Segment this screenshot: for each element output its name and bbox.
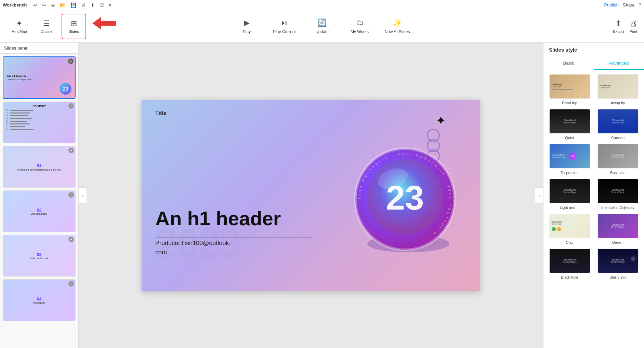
slide-thumb-3-content: 01 Paragraphs are separated by a blank l… [3,146,75,187]
top-bar-right: Publish Share ? [604,2,641,8]
share-button[interactable]: Share [623,2,635,8]
update-button[interactable]: 🔄 Update [308,14,336,39]
toolbar-right: ⬆ Export 🖨 Print [613,19,637,34]
slide-thumb-3[interactable]: 01 Paragraphs are separated by a blank l… [3,146,76,188]
style-tabs: Basic Advanced [543,57,644,70]
dropdown-icon[interactable]: ▾ [107,2,113,9]
thumb4-add[interactable]: + [68,192,74,198]
collapse-left-button[interactable]: ‹ [79,187,87,204]
style-thumb-dream: EdrawMindCentral Topic [597,214,639,238]
my-works-label: My Works [351,29,369,34]
right-panel: Slides style Basic Advanced EdrawMind Ce… [543,43,644,348]
undo-icon[interactable]: ↩ [32,2,39,9]
top-bar: Workbench ↩ ↪ ⊕ 📂 💾 🖨 ⬆ ☑ ▾ Publish Shar… [0,0,644,10]
redo-icon[interactable]: ↪ [41,2,48,9]
slides-list[interactable]: An h1 header Producer:lixin100@outlook..… [0,54,78,348]
slides-button[interactable]: ⊞ Slides [62,14,86,39]
main-content: Slides panel An h1 header Producer:lixin… [0,43,644,348]
slides-icon: ⊞ [71,19,77,28]
style-cartoon[interactable]: EdrawMindCentral Topic Cartoon [596,109,640,140]
thumb2-title: CONTENT [6,105,73,108]
mindmap-button[interactable]: ✦ MindMap [7,14,31,39]
new-ai-slides-button[interactable]: ✨ New AI Slides [384,14,411,39]
canvas-title: Title [155,110,167,116]
help-button[interactable]: ? [639,2,641,8]
thumb5-num: 03 [37,252,41,257]
thumb6-num: 04 [37,297,41,302]
export-icon2[interactable]: ⬆ [89,2,96,9]
thumb2-add[interactable]: + [68,103,74,109]
thumb-text-dream: EdrawMindCentral Topic [600,222,636,230]
style-starry[interactable]: EdrawMindCentral Topic Starry sky [596,249,640,279]
open-icon[interactable]: 📂 [58,2,67,9]
publish-button[interactable]: Publish [604,2,619,8]
thumb6-text: monospace [33,302,45,304]
thumb1-title: An h1 header [7,75,71,78]
slide-thumb-1[interactable]: An h1 header Producer:lixin100@outlook..… [3,56,76,99]
slide-thumb-2-content: CONTENT 01 02 03 04 05 06 07 08 + [3,102,75,143]
style-thumb-business: EdrawMindCentral Topic [597,144,639,169]
canvas-producer-text: Producer:lixin100@outlook.com [155,239,231,257]
style-thumb-clay: EdrawMind Central Topic [549,214,590,238]
my-works-button[interactable]: 🗂 My Works [346,14,373,39]
outline-icon: ☰ [43,19,50,28]
thumb1-circle: 23 [60,83,71,95]
style-clay[interactable]: EdrawMind Central Topic Clay [548,214,592,244]
thumb1-add[interactable]: + [68,58,74,64]
play-current-icon: ⏯ [281,18,288,27]
canvas-area: ‹ Title ✦ 2023 An h1 header Producer:lix… [79,43,543,348]
new-icon[interactable]: ⊕ [50,2,56,9]
style-interstellar[interactable]: EdrawMindCentral Topic Interstellar Odys… [596,179,640,210]
style-dream[interactable]: EdrawMindCentral Topic Dream [596,214,640,244]
slide-thumb-4[interactable]: 02 2nd paragraph. + [3,190,76,232]
thumb-text-interstellar: EdrawMindCentral Topic [600,187,636,195]
toolbar: ✦ MindMap ☰ Outline ⊞ Slides ▶ Play ⏯ Pl… [0,10,644,43]
style-label-clay: Clay [566,240,573,244]
print-button[interactable]: 🖨 Print [629,19,637,34]
style-label-antiquity: Antiquity [610,101,625,105]
style-label-dream: Dream [612,240,623,244]
canvas-divider [155,238,313,238]
style-label-business: Business [610,171,626,175]
thumb6-add[interactable]: + [68,281,74,286]
outline-button[interactable]: ☰ Outline [34,14,59,39]
thumb3-text: Paragraphs are separated by a blank line… [17,169,62,171]
new-ai-slides-icon: ✨ [393,18,402,27]
export-button[interactable]: ⬆ Export [613,19,624,34]
slide-thumb-5[interactable]: 03 Italic , bold , and + [3,235,76,277]
slides-panel-header: Slides panel [0,43,78,54]
canvas-h1-text: An h1 header [155,207,281,230]
style-business[interactable]: EdrawMindCentral Topic Business [596,144,640,175]
update-icon: 🔄 [317,18,327,27]
style-grid: EdrawMind Central Topic Road trip EdrawM… [543,70,644,348]
style-label-light: Light and ... [560,205,580,210]
style-thumb-antiquity: EdrawMind Central Topic [597,74,639,99]
tab-advanced[interactable]: Advanced [594,57,644,70]
update-label: Update [315,29,329,34]
save-icon[interactable]: 💾 [69,2,78,9]
export-icon: ⬆ [615,19,621,28]
tab-basic[interactable]: Basic [543,57,594,70]
slide-thumb-6-content: 04 monospace + [3,280,75,321]
slides-panel: Slides panel An h1 header Producer:lixin… [0,43,79,348]
play-current-button[interactable]: ⏯ Play Current [271,14,298,39]
style-dispersion[interactable]: EdrawMindCentral Topic 23 Dispersion [548,144,592,175]
thumb5-add[interactable]: + [68,237,74,242]
collapse-right-button[interactable]: › [535,187,543,204]
play-button[interactable]: ▶ Play [233,14,261,39]
style-blackhole[interactable]: EdrawMindCentral Topic Black hole [548,249,592,279]
slide-thumb-6[interactable]: 04 monospace + [3,279,76,321]
thumb3-add[interactable]: + [68,148,74,153]
play-current-label: Play Current [273,29,296,34]
checkbox-icon[interactable]: ☑ [98,2,105,9]
slide-thumb-4-content: 02 2nd paragraph. + [3,191,75,232]
slide-thumb-2[interactable]: CONTENT 01 02 03 04 05 06 07 08 + [3,102,76,143]
style-antiquity[interactable]: EdrawMind Central Topic Antiquity [596,74,640,105]
slide-thumb-5-content: 03 Italic , bold , and + [3,235,75,276]
style-light[interactable]: EdrawMindCentral Topic Light and ... [548,179,592,210]
style-quiet[interactable]: EdrawMindCentral Topic Quiet [548,109,592,140]
style-thumb-light: EdrawMindCentral Topic [549,179,590,203]
style-road-trip[interactable]: EdrawMind Central Topic Road trip [548,74,592,105]
print-icon[interactable]: 🖨 [80,2,87,9]
canvas-coin: 23 2023 PORTFOLIO . 2023 PORTFOLIO . 202… [350,146,460,256]
